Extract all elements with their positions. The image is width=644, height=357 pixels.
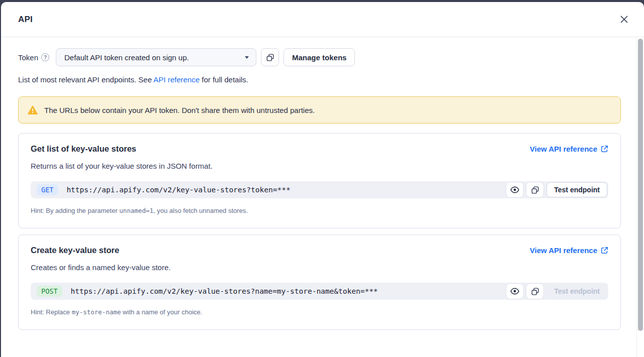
modal-body: Token ? Default API token created on sig… <box>1 37 644 330</box>
external-link-icon <box>601 145 608 153</box>
card-description: Returns a list of your key-value stores … <box>31 162 608 170</box>
copy-icon <box>531 186 539 194</box>
card-link-label: View API reference <box>530 246 597 255</box>
hint-suffix: with a name of your choice. <box>121 308 203 316</box>
warning-icon <box>28 105 38 115</box>
token-select-value: Default API token created on sign up. <box>64 53 245 62</box>
api-reference-link[interactable]: API reference <box>153 75 200 84</box>
copy-icon <box>531 288 539 295</box>
endpoint-row: GET https://api.apify.com/v2/key-value-s… <box>31 181 608 198</box>
endpoint-card-create-store: Create key-value store View API referenc… <box>18 234 621 330</box>
copy-url-button[interactable] <box>526 284 543 299</box>
intro-before: List of most relevant API endpoints. See <box>18 75 153 84</box>
endpoint-hint: Hint: By adding the parameter unnamed=1,… <box>31 207 608 214</box>
hint-prefix: Hint: By adding the parameter <box>31 207 119 214</box>
endpoint-hint: Hint: Replace my-store-name with a name … <box>31 308 608 316</box>
hint-code: my-store-name <box>72 308 121 316</box>
external-link-icon <box>601 247 608 254</box>
card-link-label: View API reference <box>530 145 597 153</box>
intro-text: List of most relevant API endpoints. See… <box>18 75 621 85</box>
intro-after: for full details. <box>200 75 248 84</box>
copy-icon <box>266 54 274 61</box>
modal-header: API <box>1 2 644 37</box>
api-modal: API Token ? Default API token created on… <box>1 2 644 357</box>
card-title: Create key-value store <box>31 246 119 255</box>
card-description: Creates or finds a named key-value store… <box>31 263 608 272</box>
endpoint-row: POST https://api.apify.com/v2/key-value-… <box>31 283 608 300</box>
view-api-reference-link[interactable]: View API reference <box>530 246 608 255</box>
copy-url-button[interactable] <box>526 182 543 197</box>
endpoint-card-get-stores: Get list of key-value stores View API re… <box>18 133 621 228</box>
endpoint-cards: Get list of key-value stores View API re… <box>18 133 621 330</box>
test-endpoint-button[interactable]: Test endpoint <box>546 284 607 299</box>
copy-token-button[interactable] <box>261 48 279 66</box>
help-icon[interactable]: ? <box>41 53 49 61</box>
eye-icon <box>510 186 519 193</box>
test-endpoint-button[interactable]: Test endpoint <box>546 182 607 197</box>
method-badge: POST <box>37 286 62 297</box>
scrollbar-track[interactable] <box>636 38 644 357</box>
manage-tokens-button[interactable]: Manage tokens <box>284 48 355 66</box>
endpoint-url: https://api.apify.com/v2/key-value-store… <box>66 186 506 194</box>
close-icon <box>620 15 628 24</box>
hint-suffix: , you also fetch unnamed stores. <box>153 207 248 214</box>
token-row: Token ? Default API token created on sig… <box>18 48 621 66</box>
eye-icon <box>510 288 519 295</box>
warning-text: The URLs below contain your API token. D… <box>44 106 315 114</box>
chevron-down-icon <box>245 56 249 59</box>
endpoint-url: https://api.apify.com/v2/key-value-store… <box>71 287 507 295</box>
close-button[interactable] <box>615 11 633 29</box>
reveal-token-button[interactable] <box>506 284 523 299</box>
hint-code: unnamed=1 <box>119 207 153 214</box>
hint-prefix: Hint: Replace <box>31 308 72 316</box>
warning-banner: The URLs below contain your API token. D… <box>18 96 621 124</box>
card-title: Get list of key-value stores <box>31 144 136 154</box>
token-select[interactable]: Default API token created on sign up. <box>56 48 256 66</box>
reveal-token-button[interactable] <box>506 182 523 197</box>
method-badge: GET <box>37 184 58 195</box>
scrollbar-thumb[interactable] <box>638 39 643 331</box>
view-api-reference-link[interactable]: View API reference <box>530 145 608 153</box>
token-label: Token <box>18 53 38 62</box>
page-title: API <box>18 15 33 25</box>
